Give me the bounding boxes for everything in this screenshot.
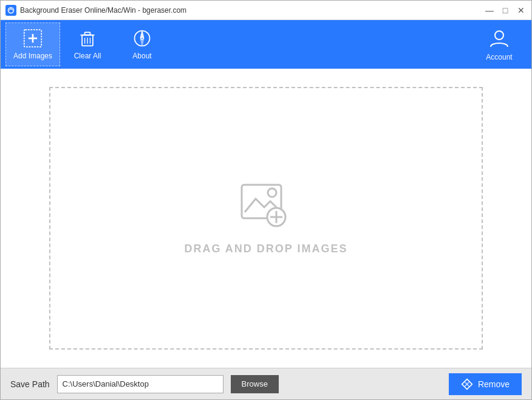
title-bar-controls: — □ ✕ [484, 5, 527, 16]
minimize-button[interactable]: — [484, 5, 495, 16]
title-bar-text: Background Eraser Online/Mac/Win - bgera… [20, 6, 186, 15]
remove-icon [461, 378, 473, 390]
clear-all-label: Clear All [74, 52, 101, 60]
clear-all-button[interactable]: Clear All [60, 22, 115, 66]
about-button[interactable]: About [115, 22, 169, 66]
svg-point-16 [268, 188, 276, 197]
account-label: Account [486, 53, 512, 61]
save-path-input[interactable] [57, 375, 223, 393]
add-images-label: Add Images [13, 52, 52, 60]
about-label: About [132, 52, 151, 60]
bottom-bar: Save Path Browse Remove [1, 368, 531, 399]
main-content: DRAG AND DROP IMAGES [1, 69, 531, 368]
drop-zone-text: DRAG AND DROP IMAGES [184, 243, 347, 255]
drop-zone[interactable]: DRAG AND DROP IMAGES [49, 87, 483, 350]
remove-label: Remove [478, 379, 510, 389]
about-icon [132, 29, 152, 48]
app-icon [5, 5, 16, 16]
add-images-button[interactable]: Add Images [5, 22, 60, 66]
restore-button[interactable]: □ [500, 5, 511, 16]
account-icon [488, 27, 510, 49]
toolbar-items: Add Images Clear All [5, 22, 239, 66]
title-bar-left: Background Eraser Online/Mac/Win - bgera… [5, 5, 186, 16]
account-button[interactable]: Account [472, 22, 527, 66]
toolbar: Add Images Clear All [1, 20, 531, 69]
clear-all-icon [78, 29, 97, 48]
add-images-icon [23, 29, 43, 48]
browse-button[interactable]: Browse [231, 375, 279, 393]
drop-zone-icon [239, 182, 293, 230]
svg-point-14 [495, 31, 503, 40]
close-button[interactable]: ✕ [516, 5, 527, 16]
save-path-label: Save Path [10, 379, 50, 389]
svg-rect-6 [85, 32, 90, 35]
remove-button[interactable]: Remove [449, 373, 522, 395]
title-bar: Background Eraser Online/Mac/Win - bgera… [1, 1, 531, 20]
